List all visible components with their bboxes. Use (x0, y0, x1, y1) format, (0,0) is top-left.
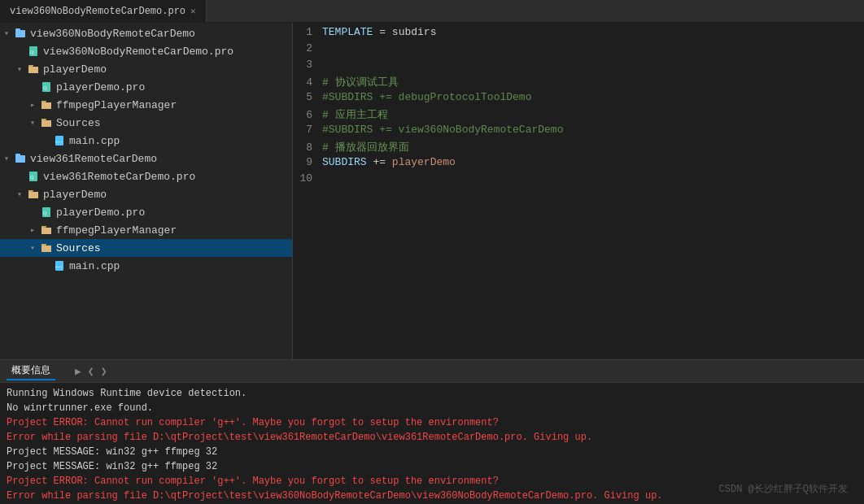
tab-close-icon[interactable]: ✕ (190, 6, 196, 16)
log-line: Project MESSAGE: win32 g++ ffmpeg 32 (7, 445, 857, 459)
line-number-6: 6 (293, 109, 322, 121)
tree-item-root1[interactable]: ▾view360NoBodyRemoteCarDemo (0, 24, 292, 42)
code-editor[interactable]: 1TEMPLATE = subdirs234# 协议调试工具5#SUBDIRS … (293, 23, 864, 359)
tree-icon-project (13, 26, 28, 41)
line-content-6[interactable]: # 应用主工程 (322, 107, 388, 122)
code-line-10: 10 (293, 172, 864, 189)
code-line-1: 1TEMPLATE = subdirs (293, 26, 864, 42)
code-line-8: 8# 播放器回放界面 (293, 140, 864, 156)
svg-rect-1 (15, 28, 20, 31)
tree-icon-pro: Q (39, 205, 54, 219)
bottom-controls: ▶ ❮ ❯ (75, 365, 107, 378)
line-number-9: 9 (293, 156, 322, 168)
tree-item-playerDemo1[interactable]: ▾playerDemo (0, 60, 292, 78)
tree-label-root1: view360NoBodyRemoteCarDemo (30, 28, 195, 40)
svg-rect-8 (15, 155, 25, 163)
code-line-6: 6# 应用主工程 (293, 107, 864, 124)
tree-label-pro1: view360NoBodyRemoteCarDemo.pro (43, 46, 233, 58)
svg-text:Q: Q (30, 50, 34, 54)
tree-icon-folder (26, 187, 41, 202)
line-content-5[interactable]: #SUBDIRS += debugProtocolToolDemo (322, 91, 531, 103)
log-line: Project ERROR: Cannot run compiler 'g++'… (7, 415, 857, 430)
svg-text:C++: C++ (55, 140, 63, 144)
tree-icon-folder (39, 223, 54, 237)
tree-icon-pro: Q (39, 80, 54, 94)
tree-item-main2[interactable]: C++main.cpp (0, 257, 292, 275)
tree-icon-folder (26, 62, 41, 76)
tree-arrow-ffmpegMgr2: ▸ (26, 225, 39, 235)
line-number-5: 5 (293, 91, 322, 103)
line-content-8[interactable]: # 播放器回放界面 (322, 140, 409, 154)
tree-item-playerDemoPro2[interactable]: QplayerDemo.pro (0, 203, 292, 221)
line-number-10: 10 (293, 172, 322, 185)
log-line: Project MESSAGE: win32 g++ ffmpeg 32 (7, 459, 857, 474)
tree-arrow-root1: ▾ (0, 28, 13, 38)
bottom-prev-icon[interactable]: ❮ (88, 365, 94, 378)
tree-label-playerDemoPro1: playerDemo.pro (56, 81, 145, 93)
log-line: No winrtrunner.exe found. (7, 401, 857, 415)
code-line-3: 3 (293, 59, 864, 75)
line-number-3: 3 (293, 59, 322, 71)
line-content-1[interactable]: TEMPLATE = subdirs (322, 26, 436, 38)
line-number-4: 4 (293, 76, 322, 89)
tree-label-ffmpegMgr2: ffmpegPlayerManager (56, 224, 177, 237)
tab-bar: view360NoBodyRemoteCarDemo.pro ✕ (0, 0, 864, 23)
code-line-7: 7#SUBDIRS += view360NoBodyRemoteCarDemo (293, 124, 864, 140)
bottom-panel: 概要信息 ▶ ❮ ❯ Running Windows Runtime devic… (0, 359, 864, 504)
tab-label: view360NoBodyRemoteCarDemo.pro (10, 6, 185, 17)
log-line: Running Windows Runtime device detection… (7, 386, 857, 401)
tree-item-sources2[interactable]: ▾Sources (0, 239, 292, 257)
line-number-8: 8 (293, 141, 322, 154)
editor-tab[interactable]: view360NoBodyRemoteCarDemo.pro ✕ (0, 0, 207, 22)
tree-item-pro2[interactable]: Qview361RemoteCarDemo.pro (0, 167, 292, 185)
tree-label-main2: main.cpp (69, 260, 120, 272)
line-number-1: 1 (293, 26, 322, 38)
tree-label-playerDemo1: playerDemo (43, 63, 107, 76)
tree-label-ffmpegMgr1: ffmpegPlayerManager (56, 99, 177, 111)
log-line: Error while parsing file D:\qtProject\te… (7, 489, 857, 503)
main-area: ▾view360NoBodyRemoteCarDemoQview360NoBod… (0, 23, 864, 359)
tree-item-ffmpegMgr2[interactable]: ▸ffmpegPlayerManager (0, 221, 292, 239)
tree-label-pro2: view361RemoteCarDemo.pro (43, 171, 195, 183)
tree-item-main1[interactable]: C++main.cpp (0, 132, 292, 150)
tree-icon-folder (39, 241, 54, 255)
svg-rect-9 (15, 154, 20, 156)
svg-text:Q: Q (43, 211, 47, 215)
tree-arrow-playerDemo2: ▾ (13, 189, 26, 199)
sidebar[interactable]: ▾view360NoBodyRemoteCarDemoQview360NoBod… (0, 23, 293, 359)
svg-text:Q: Q (43, 85, 47, 90)
tree-arrow-playerDemo1: ▾ (13, 64, 26, 74)
tree-arrow-root2: ▾ (0, 154, 13, 163)
tree-item-playerDemoPro1[interactable]: QplayerDemo.pro (0, 78, 292, 96)
line-number-7: 7 (293, 124, 322, 136)
bottom-log-content: Running Windows Runtime device detection… (0, 383, 864, 504)
tree-arrow-ffmpegMgr1: ▸ (26, 100, 39, 110)
line-content-9[interactable]: SUBDIRS += playerDemo (322, 156, 456, 168)
bottom-tab-summary[interactable]: 概要信息 (7, 362, 55, 380)
bottom-next-icon[interactable]: ❯ (101, 365, 107, 378)
tree-icon-folder (39, 98, 54, 112)
line-content-7[interactable]: #SUBDIRS += view360NoBodyRemoteCarDemo (322, 124, 563, 136)
tree-label-playerDemoPro2: playerDemo.pro (56, 206, 145, 219)
code-line-5: 5#SUBDIRS += debugProtocolToolDemo (293, 91, 864, 107)
line-content-4[interactable]: # 协议调试工具 (322, 75, 399, 89)
svg-text:Q: Q (30, 175, 34, 180)
tree-label-sources2: Sources (56, 242, 101, 254)
tree-arrow-sources1: ▾ (26, 118, 39, 128)
line-number-2: 2 (293, 42, 322, 54)
tree-item-sources1[interactable]: ▾Sources (0, 114, 292, 132)
tree-item-playerDemo2[interactable]: ▾playerDemo (0, 185, 292, 203)
tree-item-ffmpegMgr1[interactable]: ▸ffmpegPlayerManager (0, 96, 292, 114)
tree-icon-cpp: C++ (52, 133, 67, 148)
tree-item-pro1[interactable]: Qview360NoBodyRemoteCarDemo.pro (0, 42, 292, 60)
code-line-4: 4# 协议调试工具 (293, 75, 864, 91)
bottom-tab-bar: 概要信息 ▶ ❮ ❯ (0, 360, 864, 383)
svg-text:C++: C++ (55, 265, 63, 269)
tree-label-sources1: Sources (56, 117, 101, 129)
code-line-2: 2 (293, 42, 864, 59)
bottom-play-icon[interactable]: ▶ (75, 365, 81, 378)
tree-item-root2[interactable]: ▾view361RemoteCarDemo (0, 150, 292, 167)
tree-label-root2: view361RemoteCarDemo (30, 153, 157, 165)
log-line: Error while parsing file D:\qtProject\te… (7, 430, 857, 445)
tree-label-playerDemo2: playerDemo (43, 189, 107, 201)
